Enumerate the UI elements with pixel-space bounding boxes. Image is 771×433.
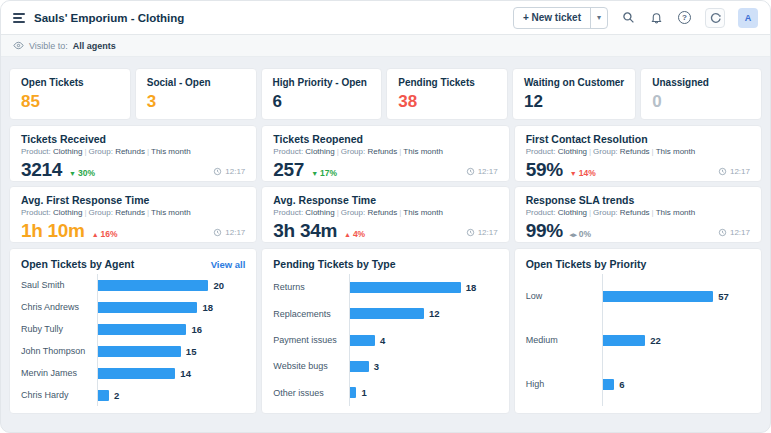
metric-value-row: 59%▼ 14%12:17	[526, 159, 750, 181]
new-ticket-button[interactable]: + New ticket	[514, 8, 590, 28]
chart-bar-row: Saul Smith20	[21, 274, 245, 296]
chart-bar-track: 4	[349, 327, 497, 353]
chart-bar-label: High	[526, 379, 602, 389]
metric-card-tickets-received[interactable]: Tickets ReceivedProduct: Clothing|Group:…	[9, 125, 257, 182]
filter-value: This month	[656, 147, 696, 156]
scorecard-high-priority-open[interactable]: High Priority - Open6	[261, 68, 383, 120]
chart-bar-row: Replacements12	[273, 300, 497, 326]
chart-bar-label: Website bugs	[273, 361, 349, 371]
scorecard-unassigned[interactable]: Unassigned0	[640, 68, 762, 120]
chart-bar-track: 16	[97, 318, 245, 340]
chart-bar-row: John Thompson15	[21, 340, 245, 362]
chart-bar-label: Medium	[526, 335, 602, 345]
chart-bar[interactable]	[98, 280, 208, 291]
chart-bar-track: 6	[602, 362, 750, 406]
app-switcher-icon[interactable]	[705, 8, 725, 28]
top-bar: Sauls' Emporium - Clothing + New ticket …	[1, 1, 770, 35]
chart-bar[interactable]	[350, 308, 424, 319]
scorecard-pending-tickets[interactable]: Pending Tickets38	[386, 68, 508, 120]
chart-bar-track: 2	[97, 384, 245, 406]
avatar[interactable]: A	[738, 8, 758, 28]
refresh-time-value: 12:17	[478, 167, 498, 176]
metric-value-row: 99%◂▸ 0%12:17	[526, 220, 750, 242]
metric-card-tickets-reopened[interactable]: Tickets ReopenedProduct: Clothing|Group:…	[261, 125, 509, 182]
chart-bar-row: Low57	[526, 274, 750, 318]
refresh-time: 12:17	[213, 167, 245, 176]
metric-value: 99%	[526, 220, 563, 242]
chart-bar-value: 2	[114, 390, 119, 401]
metric-card-avg-response-time[interactable]: Avg. Response TimeProduct: Clothing|Grou…	[261, 186, 509, 243]
refresh-time-value: 12:17	[225, 228, 245, 237]
chart-bar[interactable]	[98, 302, 197, 313]
metric-filters: Product: Clothing|Group: Refunds|This mo…	[21, 147, 245, 156]
filter-value: This month	[656, 208, 696, 217]
filter-value: Refunds	[115, 208, 145, 217]
help-icon[interactable]: ?	[677, 10, 692, 25]
eye-icon	[13, 37, 24, 55]
scorecard-open-tickets[interactable]: Open Tickets85	[9, 68, 131, 120]
chart-bar[interactable]	[98, 346, 181, 357]
chart-bar[interactable]	[98, 368, 175, 379]
dashboard-menu-icon[interactable]	[13, 13, 25, 23]
trend-value: 0%	[579, 229, 591, 239]
metric-title: First Contact Resolution	[526, 133, 750, 145]
trend-value: 14%	[579, 168, 596, 178]
chart-header: Open Tickets by Priority	[526, 258, 750, 270]
view-all-link[interactable]: View all	[211, 259, 246, 270]
metric-value: 3214	[21, 159, 62, 181]
chart-bar[interactable]	[603, 335, 646, 346]
filter-value: Clothing	[305, 147, 334, 156]
chart-bar-row: High6	[526, 362, 750, 406]
filter-value: Clothing	[53, 208, 82, 217]
metric-filters: Product: Clothing|Group: Refunds|This mo…	[21, 208, 245, 217]
chart-bar-label: Saul Smith	[21, 280, 97, 290]
chart-bar-label: John Thompson	[21, 346, 97, 356]
chart-bar[interactable]	[350, 335, 375, 346]
chart-bar-row: Mervin James14	[21, 362, 245, 384]
bell-icon[interactable]	[649, 10, 664, 25]
scorecards-row: Open Tickets85Social - Open3High Priorit…	[9, 68, 762, 120]
refresh-time-value: 12:17	[478, 228, 498, 237]
chart-body: Saul Smith20Chris Andrews18Ruby Tully16J…	[21, 274, 245, 406]
chart-bar-value: 6	[619, 379, 624, 390]
filter-label: Group:	[593, 208, 620, 217]
chart-bar-track: 12	[349, 300, 497, 326]
filter-label: Product:	[21, 208, 53, 217]
new-ticket-dropdown[interactable]: ▾	[590, 8, 607, 28]
scorecard-title: Open Tickets	[21, 77, 119, 88]
scorecard-title: Social - Open	[147, 77, 245, 88]
metric-card-first-contact-resolution[interactable]: First Contact ResolutionProduct: Clothin…	[514, 125, 762, 182]
metric-card-response-sla-trends[interactable]: Response SLA trendsProduct: Clothing|Gro…	[514, 186, 762, 243]
filter-label: Group:	[88, 147, 115, 156]
chart-bar-track: 3	[349, 353, 497, 379]
chart-bar-row: Chris Andrews18	[21, 296, 245, 318]
refresh-time-value: 12:17	[730, 167, 750, 176]
filter-label: Product:	[21, 147, 53, 156]
chart-bar-row: Chris Hardy2	[21, 384, 245, 406]
trend-value: 4%	[353, 229, 365, 239]
refresh-time: 12:17	[466, 167, 498, 176]
chart-bar[interactable]	[603, 291, 713, 302]
chart-bar-row: Medium22	[526, 318, 750, 362]
filter-value: Clothing	[558, 147, 587, 156]
scorecard-social-open[interactable]: Social - Open3	[135, 68, 257, 120]
chart-bar[interactable]	[98, 324, 186, 335]
trend-value: 30%	[78, 168, 95, 178]
chart-bar[interactable]	[350, 387, 356, 398]
metric-title: Tickets Reopened	[273, 133, 497, 145]
filter-value: Refunds	[367, 147, 397, 156]
chart-bar-track: 14	[97, 362, 245, 384]
scorecard-waiting-on-customer[interactable]: Waiting on Customer12	[512, 68, 636, 120]
chart-bar-label: Replacements	[273, 309, 349, 319]
search-icon[interactable]	[621, 10, 636, 25]
chart-bar[interactable]	[98, 390, 109, 401]
trend-indicator: ▲ 4%	[344, 229, 365, 239]
chart-bar-label: Payment issues	[273, 335, 349, 345]
trend-indicator: ◂▸ 0%	[570, 229, 591, 239]
chart-bar[interactable]	[350, 282, 460, 293]
metric-card-avg-first-response-time[interactable]: Avg. First Response TimeProduct: Clothin…	[9, 186, 257, 243]
chart-bar[interactable]	[603, 379, 615, 390]
metric-title: Avg. First Response Time	[21, 194, 245, 206]
metric-value: 59%	[526, 159, 563, 181]
chart-bar[interactable]	[350, 361, 368, 372]
